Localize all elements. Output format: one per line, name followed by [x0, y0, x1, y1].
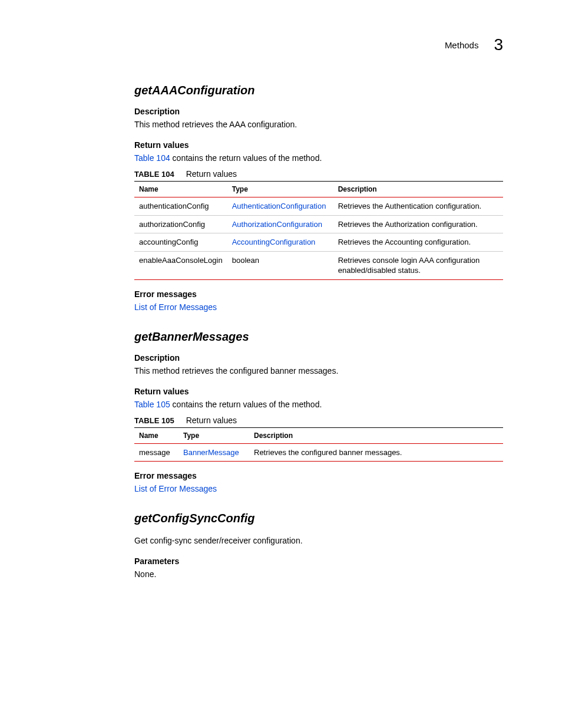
error-messages-link[interactable]: List of Error Messages: [134, 302, 217, 312]
table-label: TABLE 104: [134, 170, 174, 179]
cell-desc: Retrieves the Authentication configurati…: [333, 197, 503, 216]
cell-desc: Retrieves the configured banner messages…: [249, 443, 503, 462]
header-section-label: Methods: [445, 40, 479, 50]
th-name: Name: [134, 182, 227, 197]
content-area: getAAAConfiguration Description This met…: [59, 84, 503, 581]
error-messages-link[interactable]: List of Error Messages: [134, 484, 217, 493]
cell-type-link[interactable]: AccountingConfiguration: [227, 233, 333, 252]
document-page: Methods 3 getAAAConfiguration Descriptio…: [0, 0, 562, 618]
table-caption: TABLE 105Return values: [134, 416, 503, 425]
error-messages-heading: Error messages: [134, 471, 503, 480]
table-ref-link[interactable]: Table 104: [134, 153, 170, 163]
table-ref-link[interactable]: Table 105: [134, 400, 170, 409]
cell-type-link[interactable]: AuthenticationConfiguration: [227, 197, 333, 216]
method-title: getAAAConfiguration: [134, 84, 503, 97]
table-label: TABLE 105: [134, 416, 174, 425]
return-values-table: Name Type Description authenticationConf…: [134, 181, 503, 280]
return-values-text: Table 105 contains the return values of …: [134, 398, 503, 411]
method-title: getBannerMessages: [134, 330, 503, 344]
cell-name: authenticationConfig: [134, 197, 227, 216]
table-row: accountingConfig AccountingConfiguration…: [134, 233, 503, 252]
table-row: authenticationConfig AuthenticationConfi…: [134, 197, 503, 216]
table-caption: TABLE 104Return values: [134, 169, 503, 179]
table-header-row: Name Type Description: [134, 182, 503, 197]
cell-desc: Retrieves console login AAA configuratio…: [333, 251, 503, 279]
description-heading: Description: [134, 353, 503, 363]
table-row: authorizationConfig AuthorizationConfigu…: [134, 215, 503, 233]
error-messages-heading: Error messages: [134, 289, 503, 299]
table-title: Return values: [186, 169, 237, 179]
th-type: Type: [227, 182, 333, 197]
cell-name: message: [134, 443, 178, 462]
th-name: Name: [134, 427, 178, 443]
description-text: This method retrieves the AAA configurat…: [134, 118, 503, 131]
return-values-suffix: contains the return values of the method…: [170, 400, 322, 409]
return-values-heading: Return values: [134, 387, 503, 396]
th-desc: Description: [249, 427, 503, 443]
return-values-table: Name Type Description message BannerMess…: [134, 427, 503, 462]
table-header-row: Name Type Description: [134, 427, 503, 443]
cell-name: enableAaaConsoleLogin: [134, 251, 227, 279]
table-row: message BannerMessage Retrieves the conf…: [134, 443, 503, 462]
cell-name: accountingConfig: [134, 233, 227, 252]
description-heading: Description: [134, 107, 503, 116]
cell-desc: Retrieves the Authorization configuratio…: [333, 215, 503, 233]
th-desc: Description: [333, 182, 503, 197]
description-text: Get config-sync sender/receiver configur…: [134, 535, 503, 547]
cell-desc: Retrieves the Accounting configuration.: [333, 233, 503, 252]
parameters-heading: Parameters: [134, 556, 503, 566]
return-values-heading: Return values: [134, 140, 503, 150]
page-header: Methods 3: [59, 35, 503, 54]
header-chapter-number: 3: [494, 35, 503, 54]
cell-name: authorizationConfig: [134, 215, 227, 233]
parameters-text: None.: [134, 568, 503, 581]
return-values-text: Table 104 contains the return values of …: [134, 152, 503, 164]
cell-type-link[interactable]: AuthorizationConfiguration: [227, 215, 333, 233]
table-title: Return values: [186, 416, 237, 425]
cell-type: boolean: [227, 251, 333, 279]
method-title: getConfigSyncConfig: [134, 512, 503, 525]
cell-type-link[interactable]: BannerMessage: [178, 443, 249, 462]
table-row: enableAaaConsoleLogin boolean Retrieves …: [134, 251, 503, 279]
description-text: This method retrieves the configured ban…: [134, 365, 503, 377]
return-values-suffix: contains the return values of the method…: [170, 153, 322, 163]
th-type: Type: [178, 427, 249, 443]
